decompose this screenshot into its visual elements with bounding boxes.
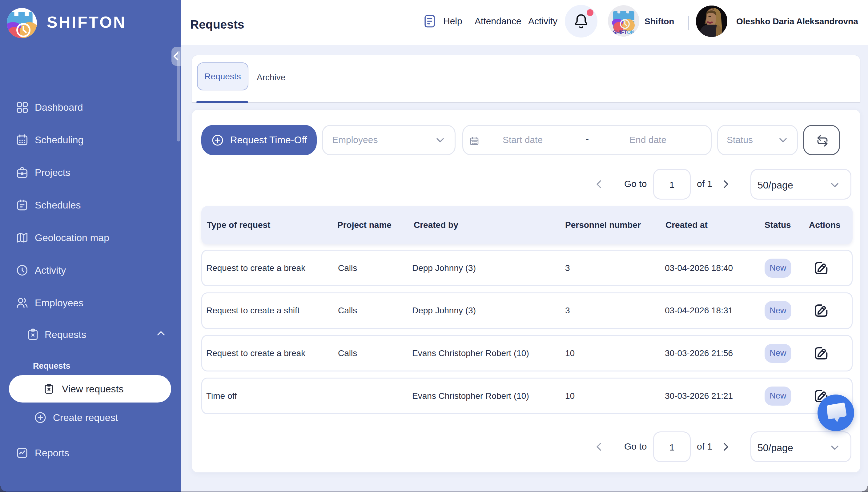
svg-text:SHIFTON: SHIFTON bbox=[613, 30, 634, 35]
